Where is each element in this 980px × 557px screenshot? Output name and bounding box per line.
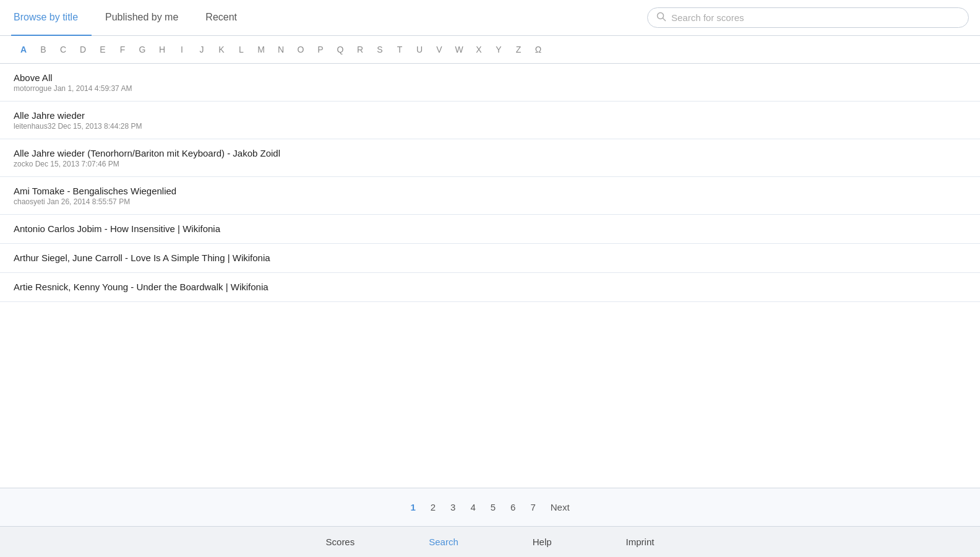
pagination: 1234567Next — [0, 488, 980, 526]
score-item[interactable]: Alle Jahre wieder (Tenorhorn/Bariton mit… — [0, 139, 980, 177]
alpha-letter-J[interactable]: J — [192, 42, 212, 57]
alpha-letter-H[interactable]: H — [152, 42, 172, 57]
alpha-letter-M[interactable]: M — [251, 42, 271, 57]
alpha-letter-T[interactable]: T — [390, 42, 410, 57]
alpha-letter-E[interactable]: E — [93, 42, 113, 57]
alpha-letter-O[interactable]: O — [291, 42, 311, 57]
footer-link-help[interactable]: Help — [533, 537, 552, 547]
alpha-letter-F[interactable]: F — [113, 42, 132, 57]
alpha-letter-U[interactable]: U — [410, 42, 429, 57]
alpha-letter-N[interactable]: N — [271, 42, 291, 57]
score-meta: chaosyeti Jan 26, 2014 8:55:57 PM — [14, 197, 966, 206]
page-2[interactable]: 2 — [426, 499, 441, 515]
alpha-letter-Z[interactable]: Z — [509, 42, 528, 57]
alpha-letter-D[interactable]: D — [73, 42, 93, 57]
footer-link-imprint[interactable]: Imprint — [626, 537, 655, 547]
score-item[interactable]: Antonio Carlos Jobim - How Insensitive |… — [0, 215, 980, 244]
footer-link-scores[interactable]: Scores — [326, 537, 355, 547]
footer-link-search[interactable]: Search — [429, 537, 458, 547]
score-meta: zocko Dec 15, 2013 7:07:46 PM — [14, 160, 966, 168]
bottom-area: 1234567Next ScoresSearchHelpImprint — [0, 488, 980, 557]
score-title: Alle Jahre wieder (Tenorhorn/Bariton mit… — [14, 148, 966, 158]
score-title: Antonio Carlos Jobim - How Insensitive |… — [14, 223, 966, 234]
score-title: Ami Tomake - Bengalisches Wiegenlied — [14, 186, 966, 196]
score-meta: motorrogue Jan 1, 2014 4:59:37 AM — [14, 84, 966, 93]
alpha-letter-B[interactable]: B — [33, 42, 53, 57]
nav-tab-browse[interactable]: Browse by title — [11, 0, 92, 36]
alpha-letter-R[interactable]: R — [350, 42, 370, 57]
search-box[interactable] — [647, 7, 969, 28]
alpha-letter-X[interactable]: X — [469, 42, 489, 57]
score-item[interactable]: Arthur Siegel, June Carroll - Love Is A … — [0, 244, 980, 273]
alpha-letter-Ω[interactable]: Ω — [528, 42, 548, 57]
score-item[interactable]: Above Allmotorrogue Jan 1, 2014 4:59:37 … — [0, 64, 980, 101]
header: Browse by titlePublished by meRecent — [0, 0, 980, 36]
alpha-letter-V[interactable]: V — [429, 42, 449, 57]
nav-tabs: Browse by titlePublished by meRecent — [11, 0, 251, 36]
page-3[interactable]: 3 — [445, 499, 460, 515]
score-item[interactable]: Ami Tomake - Bengalisches Wiegenliedchao… — [0, 177, 980, 215]
alpha-bar: ABCDEFGHIJKLMNOPQRSTUVWXYZΩ — [0, 36, 980, 64]
footer: ScoresSearchHelpImprint — [0, 526, 980, 557]
alpha-letter-K[interactable]: K — [212, 42, 231, 57]
page-4[interactable]: 4 — [465, 499, 480, 515]
page-7[interactable]: 7 — [525, 499, 540, 515]
page-6[interactable]: 6 — [505, 499, 520, 515]
score-title: Alle Jahre wieder — [14, 110, 966, 121]
alpha-letter-A[interactable]: A — [14, 42, 33, 57]
page-5[interactable]: 5 — [486, 499, 501, 515]
alpha-letter-W[interactable]: W — [449, 42, 469, 57]
score-title: Above All — [14, 72, 966, 83]
score-list: Above Allmotorrogue Jan 1, 2014 4:59:37 … — [0, 64, 980, 488]
search-icon — [656, 12, 666, 24]
alpha-letter-C[interactable]: C — [53, 42, 73, 57]
page-next[interactable]: Next — [546, 499, 575, 515]
main-content: ABCDEFGHIJKLMNOPQRSTUVWXYZΩ Above Allmot… — [0, 36, 980, 557]
alpha-letter-P[interactable]: P — [311, 42, 330, 57]
score-title: Arthur Siegel, June Carroll - Love Is A … — [14, 253, 966, 263]
score-item[interactable]: Artie Resnick, Kenny Young - Under the B… — [0, 273, 980, 302]
alpha-letter-G[interactable]: G — [132, 42, 152, 57]
nav-tab-recent[interactable]: Recent — [192, 0, 251, 36]
alpha-letter-I[interactable]: I — [172, 42, 192, 57]
alpha-letter-Q[interactable]: Q — [330, 42, 350, 57]
score-meta: leitenhaus32 Dec 15, 2013 8:44:28 PM — [14, 122, 966, 131]
page-1[interactable]: 1 — [405, 499, 420, 515]
score-title: Artie Resnick, Kenny Young - Under the B… — [14, 282, 966, 292]
score-item[interactable]: Alle Jahre wiederleitenhaus32 Dec 15, 20… — [0, 101, 980, 139]
alpha-letter-L[interactable]: L — [231, 42, 251, 57]
search-input[interactable] — [671, 12, 960, 23]
svg-line-1 — [663, 19, 666, 21]
alpha-letter-S[interactable]: S — [370, 42, 390, 57]
alpha-letter-Y[interactable]: Y — [489, 42, 509, 57]
nav-tab-published[interactable]: Published by me — [92, 0, 192, 36]
